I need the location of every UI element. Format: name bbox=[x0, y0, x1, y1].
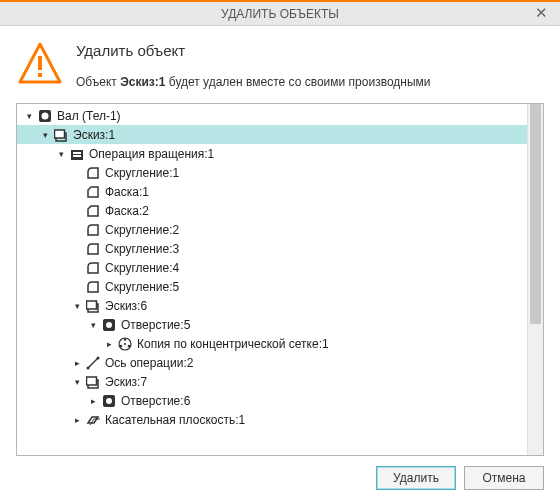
svg-point-12 bbox=[106, 322, 112, 328]
tree-container: ▾Вал (Тел-1)▾Эскиз:1▾Операция вращения:1… bbox=[16, 103, 544, 456]
svg-rect-7 bbox=[73, 152, 81, 154]
svg-point-17 bbox=[124, 342, 126, 344]
tree-row[interactable]: ▸Отверстие:6 bbox=[17, 391, 527, 410]
subtitle-suffix: будет удален вместе со своими производны… bbox=[165, 75, 430, 89]
tree-row[interactable]: ▸Касательная плоскость:1 bbox=[17, 410, 527, 429]
chevron-down-icon[interactable]: ▾ bbox=[87, 319, 99, 331]
tree-label: Скругление:2 bbox=[105, 223, 179, 237]
svg-point-24 bbox=[106, 398, 112, 404]
chevron-down-icon[interactable]: ▾ bbox=[71, 376, 83, 388]
pattern-icon bbox=[117, 336, 133, 352]
tree-label: Скругление:1 bbox=[105, 166, 179, 180]
svg-rect-8 bbox=[73, 155, 81, 157]
svg-rect-10 bbox=[87, 301, 97, 309]
tree-row[interactable]: ▸Скругление:5 bbox=[17, 277, 527, 296]
tree-label: Скругление:3 bbox=[105, 242, 179, 256]
tree-row[interactable]: ▾Эскиз:1 bbox=[17, 125, 527, 144]
scrollbar-thumb[interactable] bbox=[530, 104, 541, 324]
svg-point-14 bbox=[124, 338, 127, 341]
tree-label: Фаска:1 bbox=[105, 185, 149, 199]
subtitle-object-name: Эскиз:1 bbox=[120, 75, 165, 89]
tree-row[interactable]: ▸Ось операции:2 bbox=[17, 353, 527, 372]
tree-label: Отверстие:6 bbox=[121, 394, 190, 408]
tree-row[interactable]: ▾Вал (Тел-1) bbox=[17, 106, 527, 125]
tree-row[interactable]: ▾Отверстие:5 bbox=[17, 315, 527, 334]
tree-label: Фаска:2 bbox=[105, 204, 149, 218]
dialog-title: УДАЛИТЬ ОБЪЕКТЫ bbox=[221, 7, 339, 21]
sketch-icon bbox=[85, 298, 101, 314]
cancel-button[interactable]: Отмена bbox=[464, 466, 544, 490]
tree-label: Касательная плоскость:1 bbox=[105, 413, 245, 427]
axis-icon bbox=[85, 355, 101, 371]
scrollbar[interactable] bbox=[527, 104, 543, 455]
dialog-content: Удалить объект Объект Эскиз:1 будет удал… bbox=[0, 26, 560, 456]
tree-row[interactable]: ▸Фаска:1 bbox=[17, 182, 527, 201]
hole-icon bbox=[101, 393, 117, 409]
tree-label: Скругление:4 bbox=[105, 261, 179, 275]
svg-rect-22 bbox=[87, 377, 97, 385]
fillet-icon bbox=[85, 279, 101, 295]
tree-row[interactable]: ▸Копия по концентрической сетке:1 bbox=[17, 334, 527, 353]
delete-objects-dialog: УДАЛИТЬ ОБЪЕКТЫ ✕ Удалить объект Объект … bbox=[0, 0, 560, 500]
svg-point-15 bbox=[128, 344, 131, 347]
button-row: Удалить Отмена bbox=[0, 456, 560, 500]
tree-row[interactable]: ▾Эскиз:7 bbox=[17, 372, 527, 391]
body-icon bbox=[37, 108, 53, 124]
close-icon[interactable]: ✕ bbox=[529, 4, 554, 22]
tree-row[interactable]: ▸Скругление:3 bbox=[17, 239, 527, 258]
svg-line-18 bbox=[88, 358, 98, 368]
svg-rect-1 bbox=[38, 73, 42, 77]
object-tree[interactable]: ▾Вал (Тел-1)▾Эскиз:1▾Операция вращения:1… bbox=[17, 104, 527, 431]
chevron-down-icon[interactable]: ▾ bbox=[71, 300, 83, 312]
chamfer-icon bbox=[85, 184, 101, 200]
delete-button[interactable]: Удалить bbox=[376, 466, 456, 490]
tree-label: Вал (Тел-1) bbox=[57, 109, 121, 123]
chevron-right-icon[interactable]: ▸ bbox=[87, 395, 99, 407]
chevron-right-icon[interactable]: ▸ bbox=[71, 357, 83, 369]
sketch-icon bbox=[53, 127, 69, 143]
chevron-right-icon[interactable]: ▸ bbox=[103, 338, 115, 350]
hole-icon bbox=[101, 317, 117, 333]
subtitle-prefix: Объект bbox=[76, 75, 120, 89]
tree-row[interactable]: ▾Эскиз:6 bbox=[17, 296, 527, 315]
tree-label: Отверстие:5 bbox=[121, 318, 190, 332]
tree-row[interactable]: ▸Фаска:2 bbox=[17, 201, 527, 220]
warning-icon bbox=[16, 40, 64, 88]
tree-row[interactable]: ▸Скругление:2 bbox=[17, 220, 527, 239]
svg-point-19 bbox=[87, 366, 90, 369]
svg-rect-0 bbox=[38, 56, 42, 70]
titlebar: УДАЛИТЬ ОБЪЕКТЫ ✕ bbox=[0, 2, 560, 26]
header-row: Удалить объект Объект Эскиз:1 будет удал… bbox=[16, 40, 544, 89]
tree-label: Эскиз:1 bbox=[73, 128, 115, 142]
tree-row[interactable]: ▸Скругление:4 bbox=[17, 258, 527, 277]
plane-icon bbox=[85, 412, 101, 428]
tree-label: Скругление:5 bbox=[105, 280, 179, 294]
fillet-icon bbox=[85, 222, 101, 238]
fillet-icon bbox=[85, 260, 101, 276]
tree-label: Эскиз:7 bbox=[105, 375, 147, 389]
dialog-heading: Удалить объект bbox=[76, 42, 431, 59]
svg-point-16 bbox=[120, 344, 123, 347]
fillet-icon bbox=[85, 165, 101, 181]
svg-rect-5 bbox=[55, 130, 65, 138]
tree-label: Копия по концентрической сетке:1 bbox=[137, 337, 329, 351]
svg-point-20 bbox=[97, 356, 100, 359]
dialog-subtitle: Объект Эскиз:1 будет удален вместе со св… bbox=[76, 75, 431, 89]
revolve-icon bbox=[69, 146, 85, 162]
sketch-icon bbox=[85, 374, 101, 390]
fillet-icon bbox=[85, 241, 101, 257]
tree-label: Операция вращения:1 bbox=[89, 147, 214, 161]
tree-row[interactable]: ▾Операция вращения:1 bbox=[17, 144, 527, 163]
chevron-right-icon[interactable]: ▸ bbox=[71, 414, 83, 426]
chevron-down-icon[interactable]: ▾ bbox=[23, 110, 35, 122]
header-text: Удалить объект Объект Эскиз:1 будет удал… bbox=[76, 40, 431, 89]
svg-point-3 bbox=[42, 112, 49, 119]
tree-label: Ось операции:2 bbox=[105, 356, 193, 370]
chevron-down-icon[interactable]: ▾ bbox=[39, 129, 51, 141]
chevron-down-icon[interactable]: ▾ bbox=[55, 148, 67, 160]
tree-label: Эскиз:6 bbox=[105, 299, 147, 313]
tree-row[interactable]: ▸Скругление:1 bbox=[17, 163, 527, 182]
chamfer-icon bbox=[85, 203, 101, 219]
